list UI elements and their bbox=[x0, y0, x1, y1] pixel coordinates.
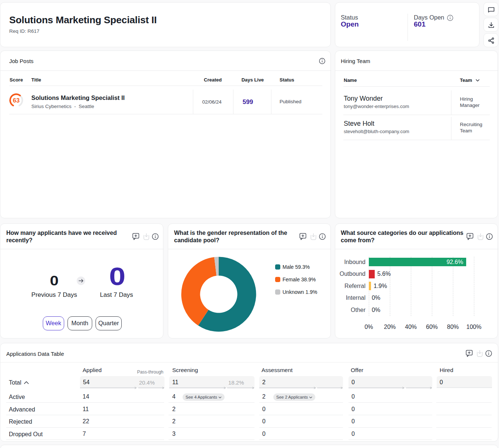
svg-text:63: 63 bbox=[13, 97, 20, 104]
